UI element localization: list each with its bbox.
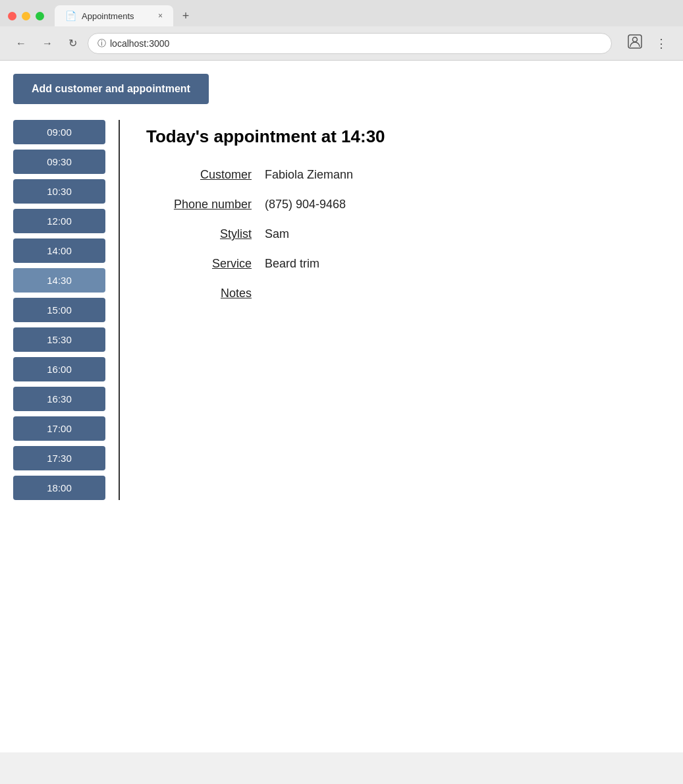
- menu-button[interactable]: ⋮: [650, 34, 672, 53]
- service-value: Beard trim: [265, 257, 319, 271]
- time-slot-1200[interactable]: 12:00: [13, 209, 105, 233]
- notes-label: Notes: [146, 287, 252, 300]
- time-slot-1630[interactable]: 16:30: [13, 387, 105, 411]
- time-slot-0900[interactable]: 09:00: [13, 120, 105, 144]
- notes-row: Notes: [146, 287, 643, 300]
- time-slot-1030[interactable]: 10:30: [13, 179, 105, 204]
- service-label: Service: [146, 257, 252, 271]
- svg-point-1: [633, 38, 638, 42]
- time-slot-1800[interactable]: 18:00: [13, 476, 105, 500]
- secure-icon: ⓘ: [97, 38, 106, 49]
- minimize-window-button[interactable]: [22, 12, 30, 20]
- stylist-row: Stylist Sam: [146, 227, 643, 241]
- time-slot-1600[interactable]: 16:00: [13, 357, 105, 381]
- back-button[interactable]: ←: [11, 35, 32, 52]
- browser-chrome: 📄 Appointments × + ← → ↻ ⓘ localhost:300…: [0, 0, 683, 61]
- service-row: Service Beard trim: [146, 257, 643, 271]
- profile-button[interactable]: [622, 32, 647, 55]
- time-slot-1430[interactable]: 14:30: [13, 268, 105, 293]
- time-slots-list: 09:0009:3010:3012:0014:0014:3015:0015:30…: [13, 120, 120, 500]
- time-slot-1530[interactable]: 15:30: [13, 327, 105, 352]
- time-slot-0930[interactable]: 09:30: [13, 150, 105, 174]
- browser-tab-active[interactable]: 📄 Appointments ×: [55, 5, 173, 26]
- browser-actions: ⋮: [622, 32, 672, 55]
- time-slot-1730[interactable]: 17:30: [13, 446, 105, 470]
- tab-bar: 📄 Appointments × +: [0, 0, 683, 26]
- customer-value: Fabiola Ziemann: [265, 168, 353, 182]
- add-customer-appointment-button[interactable]: Add customer and appointment: [13, 74, 209, 104]
- customer-label: Customer: [146, 168, 252, 182]
- time-slot-1700[interactable]: 17:00: [13, 416, 105, 441]
- url-text: localhost:3000: [110, 38, 169, 49]
- maximize-window-button[interactable]: [36, 12, 44, 20]
- stylist-label: Stylist: [146, 227, 252, 241]
- stylist-value: Sam: [265, 227, 289, 241]
- forward-button[interactable]: →: [37, 35, 58, 52]
- profile-icon: [628, 34, 642, 49]
- tab-title: Appointments: [82, 11, 134, 21]
- phone-value: (875) 904-9468: [265, 198, 346, 211]
- url-bar[interactable]: ⓘ localhost:3000: [88, 33, 612, 54]
- tab-close-button[interactable]: ×: [158, 11, 163, 20]
- phone-label: Phone number: [146, 198, 252, 211]
- time-slot-1500[interactable]: 15:00: [13, 298, 105, 322]
- address-bar: ← → ↻ ⓘ localhost:3000 ⋮: [0, 26, 683, 60]
- page-content: Add customer and appointment 09:0009:301…: [0, 61, 683, 752]
- time-slot-1400[interactable]: 14:00: [13, 238, 105, 263]
- main-layout: 09:0009:3010:3012:0014:0014:3015:0015:30…: [13, 120, 670, 500]
- phone-row: Phone number (875) 904-9468: [146, 198, 643, 211]
- close-window-button[interactable]: [8, 12, 16, 20]
- appointment-title: Today's appointment at 14:30: [146, 126, 643, 147]
- traffic-lights: [8, 12, 44, 20]
- new-tab-button[interactable]: +: [176, 6, 196, 26]
- appointment-details: Today's appointment at 14:30 Customer Fa…: [120, 120, 670, 500]
- refresh-button[interactable]: ↻: [63, 34, 82, 52]
- tab-page-icon: 📄: [65, 11, 76, 21]
- customer-row: Customer Fabiola Ziemann: [146, 168, 643, 182]
